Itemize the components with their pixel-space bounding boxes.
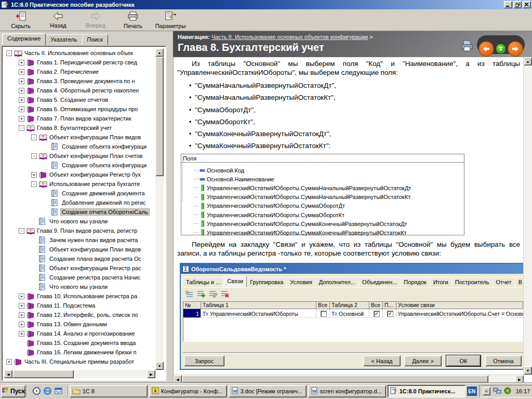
hide-button[interactable]: Скрыть [2,9,39,30]
table2-cell[interactable]: ТтОсновной [330,309,369,317]
delete-row-icon[interactable] [220,289,230,299]
condition-cell[interactable]: УправленческийОстаткиИОбороты.Счет = Осн… [396,309,523,317]
next-topic-icon[interactable] [508,41,523,57]
content-vertical-scrollbar[interactable]: ▲ ▼ [523,57,532,375]
tree-horizontal-scrollbar[interactable]: ◀ ▶ [4,370,155,378]
options-button[interactable]: Параметры [152,9,189,30]
expand-expander-icon[interactable]: + [19,331,24,337]
tree-item[interactable]: Создание плана видов расчета Ос [3,254,156,263]
links-table-row[interactable]: 1ТтУправленческийОстаткиИОборотыТтОсновн… [183,309,523,318]
dialog-tab-группировка[interactable]: Группировка [246,277,287,287]
outlook-express-icon[interactable] [55,387,62,396]
taskbar-task-button[interactable]: Конфигуратор - Конф... [149,385,227,397]
tree-item[interactable]: -Глава 9. План видов расчета, регистр [3,226,156,235]
scroll-up-icon[interactable]: ▲ [524,57,532,65]
scroll-down-icon[interactable]: ▼ [524,366,532,375]
next-step-button[interactable]: Далее > [404,355,442,366]
scroll-up-icon[interactable]: ▲ [155,48,164,57]
back-step-button[interactable]: < Назад [363,355,401,366]
tree-item[interactable]: +Глава 10. Использование регистра ра [3,291,156,301]
scroll-thumb[interactable] [182,375,488,383]
breadcrumb-link[interactable]: Часть II. Использование основных объекто… [211,34,368,40]
insert-row-icon[interactable] [196,289,206,299]
expand-expander-icon[interactable]: + [19,69,24,75]
tree-item[interactable]: +Объект конфигурации Регистр бух [3,170,156,179]
tree-item[interactable]: Объект конфигурации Регистр рас [3,263,156,273]
collapse-expander-icon[interactable]: - [19,228,24,234]
tree-item[interactable]: Создание отчета ОборотноСаль [3,207,156,217]
dialog-tab-объединен[interactable]: Объединен... [358,277,401,287]
content-horizontal-scrollbar[interactable]: ◀ ▶ [174,375,524,383]
tree-item[interactable]: -Объект конфигурации План счетов [3,151,156,161]
tree-vertical-scrollbar[interactable]: ▲ ▼ [155,48,164,370]
tree-item[interactable]: Добавление движений по регис [3,198,156,207]
collapse-expander-icon[interactable]: - [31,135,37,140]
tree-item[interactable]: +Часть III. Специальные приемы разработ [3,357,156,366]
taskbar-task-active[interactable]: ?1С:8.0 Практическ... [388,385,466,397]
collapse-expander-icon[interactable]: - [31,153,37,159]
tree-item[interactable]: Что нового мы узнали [3,282,156,291]
minimize-button[interactable] [504,1,512,8]
window-titlebar[interactable]: ? 1С:8.0 Практическое пособие разработчи… [0,0,532,9]
tab-search[interactable]: Поиск [82,34,108,45]
tree-item[interactable]: +Глава 2. Перечисление [3,67,156,76]
p-cell[interactable]: ✓ [383,309,396,317]
tree-item[interactable]: Создание регистра расчета Начис [3,273,156,282]
forward-button[interactable]: Вперед [77,9,114,30]
scroll-thumb[interactable] [12,370,74,378]
tree-item[interactable]: Создание объекта конфигураци [3,142,156,151]
tab-index[interactable]: Указатель [45,34,82,45]
column-header[interactable]: П... [383,302,396,309]
dialog-tab-порядок[interactable]: Порядок [400,277,430,287]
collapse-expander-icon[interactable]: - [19,125,24,131]
print-topic-icon[interactable] [460,39,474,53]
tree-item[interactable]: +Глава 14. Анализ и прогнозирование [3,329,156,338]
tree-item[interactable]: +Глава 5. Создание отчетов [3,95,156,104]
expand-expander-icon[interactable]: + [19,107,24,112]
network-icon[interactable] [493,388,501,395]
all2-cell[interactable]: ✓ [369,309,383,317]
checkbox-unchecked-icon[interactable] [321,311,327,317]
taskbar-task-button[interactable]: Wscren конфигуратор.d... [308,385,386,397]
tree-item[interactable]: +Глава 4. Оборотный регистр накоплен [3,86,156,95]
table1-cell[interactable]: ТтУправленческийОстаткиИОбороты [201,309,316,317]
media-player-icon[interactable] [33,387,41,396]
dialog-tab-связи[interactable]: Связи [223,276,247,287]
expand-expander-icon[interactable]: + [19,294,24,299]
expand-expander-icon[interactable]: + [31,172,37,178]
query-button[interactable]: Запрос [184,355,224,366]
dialog-tab-в[interactable]: В [515,277,523,287]
tree-item[interactable]: Объект конфигурации План видов [3,245,156,254]
dialog-tab-таблицыи[interactable]: Таблицы и ... [182,277,224,287]
back-button[interactable]: Назад [39,9,77,30]
tree-item[interactable]: +Глава 7. План видов характеристик [3,114,156,123]
expand-expander-icon[interactable]: + [19,312,24,318]
scroll-down-icon[interactable]: ▼ [155,362,164,370]
column-header[interactable]: Таблица 1 [201,302,316,309]
collapse-expander-icon[interactable]: - [31,181,37,187]
add-row-icon[interactable] [184,289,194,299]
tree-item[interactable]: +Глава 6. Оптимизация процедуры про [3,104,156,114]
tree-item[interactable]: Зачем нужен план видов расчета [3,235,156,245]
taskbar-task-button[interactable]: 1С 8 [70,385,148,397]
dialog-tab-условия[interactable]: Условия [286,277,315,287]
expand-expander-icon[interactable]: + [19,303,24,309]
tab-contents[interactable]: Содержание [2,33,46,45]
taskbar-task-button[interactable]: W3.doc [Режим огранич... [229,385,307,397]
tree-item[interactable]: +Глава 1. Периодический регистр свед [3,58,156,67]
collapse-expander-icon[interactable]: - [6,50,12,56]
scroll-right-icon[interactable]: ▶ [515,375,524,383]
scroll-left-icon[interactable]: ◀ [174,375,182,383]
tree-item[interactable]: Глава 16. Легким движением брюки п [3,348,156,357]
tree-item[interactable]: +Глава 11. Подсистема [3,301,156,310]
expand-expander-icon[interactable]: + [19,322,24,327]
close-button[interactable] [523,1,531,8]
row-number-cell[interactable]: 1 [183,309,201,317]
expand-expander-icon[interactable]: + [19,116,24,122]
tree-item[interactable]: -Глава 8. Бухгалтерский учет [3,123,156,132]
tree-item[interactable]: +Глава 13. Обмен данными [3,320,156,329]
cancel-button[interactable]: Отмена [485,355,522,366]
dialog-tab-дополнител[interactable]: Дополнител... [315,277,359,287]
expand-expander-icon[interactable]: + [19,88,24,94]
antivirus-icon[interactable] [504,387,511,395]
